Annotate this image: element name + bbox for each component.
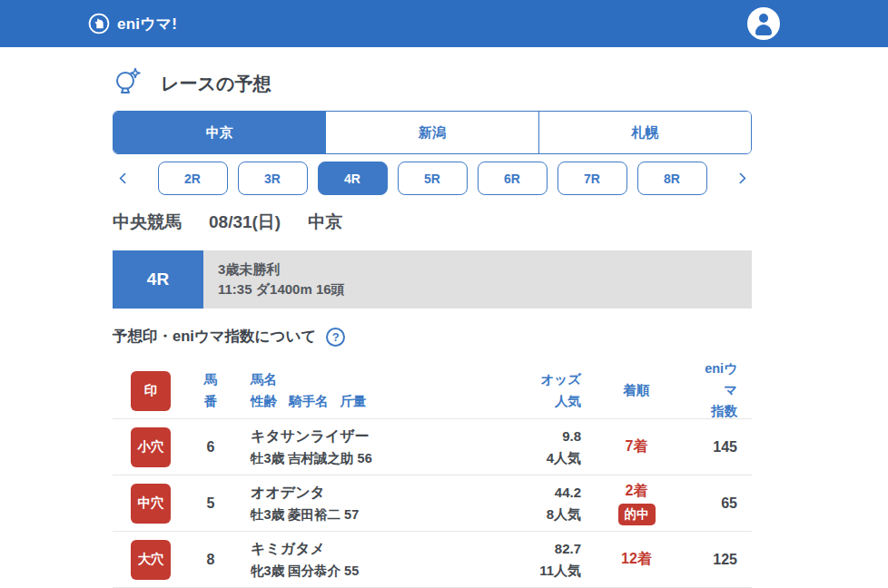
horse-name: オオデンタ — [251, 482, 454, 505]
index-cell: 65 — [692, 495, 752, 512]
race-button-label: 5R — [424, 172, 440, 186]
race-button-label: 3R — [264, 172, 281, 186]
about-line: 予想印・eniウマ指数について ? — [113, 326, 752, 348]
table-header-row: 印 馬 番 馬名 性齢 騎手名 斤量 オッズ 人気 着順 eniウマ 指 — [113, 363, 752, 419]
mark-cell: 小穴 — [113, 427, 171, 467]
prev-race-button[interactable] — [113, 162, 136, 195]
race-button-2r[interactable]: 2R — [158, 162, 228, 195]
user-avatar-button[interactable] — [747, 7, 780, 40]
race-button-7r[interactable]: 7R — [557, 162, 627, 195]
table-row[interactable]: 大穴 8 キミガタメ 牝3歳 国分恭介 55 82.7 11人気 12着 125 — [113, 532, 752, 588]
header-line: 馬名 — [251, 369, 454, 391]
race-date: 08/31(日) — [209, 211, 281, 234]
header-odds: オッズ 人気 — [454, 369, 581, 413]
horse-name-cell: キミガタメ 牝3歳 国分恭介 55 — [251, 538, 454, 581]
table-row[interactable]: 小穴 6 キタサンライザー 牡3歳 吉村誠之助 56 9.8 4人気 7着 14… — [113, 419, 752, 475]
race-button-label: 6R — [504, 172, 520, 186]
race-button-3r[interactable]: 3R — [238, 162, 308, 195]
venue-label: 中京 — [308, 211, 342, 234]
race-condition: 3歳未勝利 — [218, 261, 752, 279]
tab-label: 新潟 — [419, 124, 446, 142]
index-cell: 125 — [692, 552, 752, 568]
horse-detail: 牡3歳 菱田裕二 57 — [251, 505, 454, 524]
race-button-label: 4R — [344, 172, 360, 186]
race-number-badge: 4R — [113, 250, 203, 309]
next-race-button[interactable] — [728, 162, 752, 195]
horse-name: キミガタメ — [251, 538, 454, 561]
race-meta-line: 中央競馬 08/31(日) 中京 — [113, 211, 752, 234]
odds-cell: 44.2 8人気 — [454, 482, 581, 525]
venue-tab-bar: 中京 新潟 札幌 — [113, 111, 752, 154]
chevron-right-icon — [735, 172, 746, 184]
person-icon — [759, 14, 768, 23]
about-label: 予想印・eniウマ指数について — [113, 327, 316, 347]
race-button-5r[interactable]: 5R — [398, 162, 468, 195]
index-cell: 145 — [692, 439, 752, 456]
header-mark: 印 — [113, 371, 171, 411]
prediction-table: 印 馬 番 馬名 性齢 騎手名 斤量 オッズ 人気 着順 eniウマ 指 — [113, 363, 752, 588]
header-line: オッズ — [454, 369, 581, 391]
odds-value: 82.7 — [454, 538, 581, 560]
table-row[interactable]: 中穴 5 オオデンタ 牡3歳 菱田裕二 57 44.2 8人気 2着 的中 65 — [113, 475, 752, 532]
header-line: 性齢 騎手名 斤量 — [251, 391, 454, 413]
result-cell: 7着 — [581, 437, 692, 456]
header-line: 番 — [171, 391, 251, 413]
popularity-value: 11人気 — [454, 560, 581, 582]
popularity-value: 4人気 — [454, 447, 581, 469]
race-info-band: 4R 3歳未勝利 11:35 ダ1400m 16頭 — [113, 250, 752, 309]
person-icon-body — [755, 24, 772, 35]
header-line: 人気 — [454, 391, 581, 413]
header-horse-name: 馬名 性齢 騎手名 斤量 — [251, 369, 454, 413]
horse-logo-icon — [88, 13, 110, 34]
race-button-4r[interactable]: 4R — [318, 162, 388, 195]
horse-name-cell: オオデンタ 牡3歳 菱田裕二 57 — [251, 482, 454, 524]
crystal-ball-icon — [113, 67, 142, 100]
horse-name-cell: キタサンライザー 牡3歳 吉村誠之助 56 — [251, 426, 454, 468]
main-content: レースの予想 中京 新潟 札幌 2R 3R 4R 5R 6R 7R 8R — [113, 68, 752, 588]
prediction-mark-badge: 中穴 — [131, 484, 171, 524]
race-button-label: 8R — [664, 172, 680, 186]
race-button-6r[interactable]: 6R — [478, 162, 548, 195]
horse-number-cell: 8 — [171, 552, 251, 568]
header-horse-number: 馬 番 — [171, 369, 251, 413]
help-icon[interactable]: ? — [326, 328, 345, 347]
header-line: 指数 — [692, 401, 737, 423]
hit-badge: 的中 — [618, 504, 656, 525]
horse-number-cell: 6 — [171, 439, 251, 456]
odds-value: 9.8 — [454, 426, 581, 447]
tab-chukyo[interactable]: 中京 — [113, 112, 325, 153]
header-result: 着順 — [581, 380, 692, 402]
popularity-value: 8人気 — [454, 504, 581, 525]
race-number-nav: 2R 3R 4R 5R 6R 7R 8R — [113, 162, 752, 195]
race-info-detail: 3歳未勝利 11:35 ダ1400m 16頭 — [203, 250, 752, 309]
page-title: レースの予想 — [161, 72, 271, 96]
finish-position: 7着 — [626, 437, 648, 456]
header-line: 着順 — [624, 380, 650, 402]
tab-label: 札幌 — [631, 124, 658, 142]
race-details: 11:35 ダ1400m 16頭 — [218, 281, 752, 299]
race-buttons: 2R 3R 4R 5R 6R 7R 8R — [136, 162, 728, 195]
result-cell: 2着 的中 — [581, 482, 692, 525]
prediction-mark-badge: 大穴 — [131, 540, 171, 580]
tab-niigata[interactable]: 新潟 — [325, 112, 538, 153]
odds-value: 44.2 — [454, 482, 581, 504]
race-button-8r[interactable]: 8R — [637, 162, 707, 195]
race-button-label: 2R — [184, 172, 201, 186]
horse-detail: 牡3歳 吉村誠之助 56 — [251, 448, 454, 468]
app-header: eniウマ! — [0, 0, 888, 47]
mark-header-badge: 印 — [131, 371, 171, 411]
tab-label: 中京 — [206, 124, 233, 142]
horse-detail: 牝3歳 国分恭介 55 — [251, 561, 454, 581]
race-button-label: 7R — [584, 172, 600, 186]
chevron-left-icon — [119, 172, 131, 184]
finish-position: 12着 — [621, 550, 652, 569]
finish-position: 2着 — [626, 482, 648, 501]
header-line: eniウマ — [692, 358, 737, 402]
header-line: 馬 — [171, 369, 251, 391]
tab-sapporo[interactable]: 札幌 — [538, 112, 751, 153]
result-cell: 12着 — [581, 550, 692, 569]
section-heading: レースの予想 — [113, 68, 752, 99]
mark-cell: 大穴 — [113, 540, 171, 580]
app-logo[interactable]: eniウマ! — [88, 13, 177, 34]
odds-cell: 82.7 11人気 — [454, 538, 581, 582]
